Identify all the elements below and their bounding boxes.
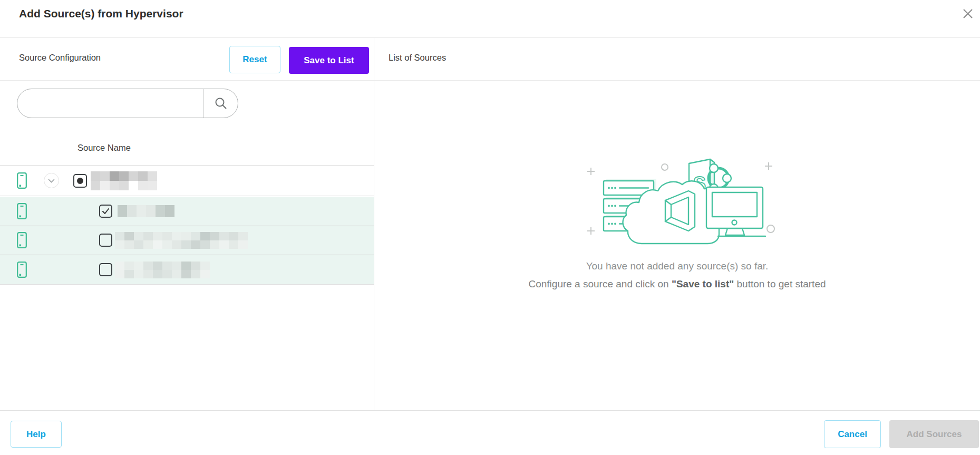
empty-state-line1: You have not added any source(s) so far. bbox=[374, 260, 980, 272]
redacted-source-name bbox=[118, 205, 174, 217]
header-divider bbox=[0, 37, 980, 38]
table-row-hypervisor[interactable] bbox=[0, 166, 374, 196]
empty-line2-bold: "Save to list" bbox=[672, 278, 734, 289]
toolbar-divider bbox=[0, 80, 980, 81]
row-checkbox-unchecked[interactable] bbox=[99, 263, 112, 276]
column-header-source-name: Source Name bbox=[77, 143, 131, 153]
vm-icon bbox=[17, 203, 27, 219]
search-input[interactable] bbox=[30, 89, 203, 118]
save-to-list-button[interactable]: Save to List bbox=[289, 47, 369, 74]
empty-sources-illustration: S bbox=[584, 157, 784, 251]
empty-line2-suffix: button to get started bbox=[734, 278, 826, 289]
right-panel-title: List of Sources bbox=[389, 53, 446, 63]
search-icon bbox=[214, 96, 228, 111]
indeterminate-dot-icon bbox=[77, 178, 83, 184]
chevron-down-icon bbox=[48, 179, 55, 183]
redacted-source-name bbox=[91, 171, 157, 190]
checkmark-icon bbox=[102, 208, 110, 215]
add-sources-button[interactable]: Add Sources bbox=[889, 420, 979, 448]
search-box bbox=[17, 89, 238, 118]
vm-icon bbox=[17, 262, 27, 278]
table-row-vm[interactable] bbox=[0, 197, 374, 226]
panel-divider bbox=[374, 37, 374, 410]
help-button[interactable]: Help bbox=[11, 421, 62, 448]
empty-line2-prefix: Configure a source and click on bbox=[528, 278, 671, 289]
reset-button[interactable]: Reset bbox=[229, 46, 280, 73]
close-icon bbox=[963, 8, 973, 19]
page-title: Add Source(s) from Hypervisor bbox=[19, 7, 183, 20]
table-row-vm[interactable] bbox=[0, 226, 374, 255]
row-checkbox-unchecked[interactable] bbox=[99, 234, 112, 247]
empty-state-line2: Configure a source and click on "Save to… bbox=[374, 278, 980, 290]
cancel-button[interactable]: Cancel bbox=[824, 420, 881, 448]
footer-divider bbox=[0, 410, 980, 411]
row-checkbox-checked[interactable] bbox=[99, 205, 112, 218]
left-panel-title: Source Configuration bbox=[19, 53, 101, 63]
add-sources-dialog: Add Source(s) from Hypervisor Source Con… bbox=[0, 0, 980, 455]
redacted-source-name bbox=[115, 232, 248, 249]
monitor-icon bbox=[706, 187, 765, 236]
hypervisor-icon bbox=[17, 172, 27, 189]
table-row-vm[interactable] bbox=[0, 255, 374, 285]
close-button[interactable] bbox=[960, 7, 975, 22]
search-button[interactable] bbox=[204, 89, 238, 118]
vm-icon bbox=[17, 232, 27, 248]
select-all-checkbox-indeterminate[interactable] bbox=[73, 174, 87, 188]
redacted-source-name bbox=[115, 262, 210, 278]
expand-collapse-button[interactable] bbox=[44, 173, 59, 188]
